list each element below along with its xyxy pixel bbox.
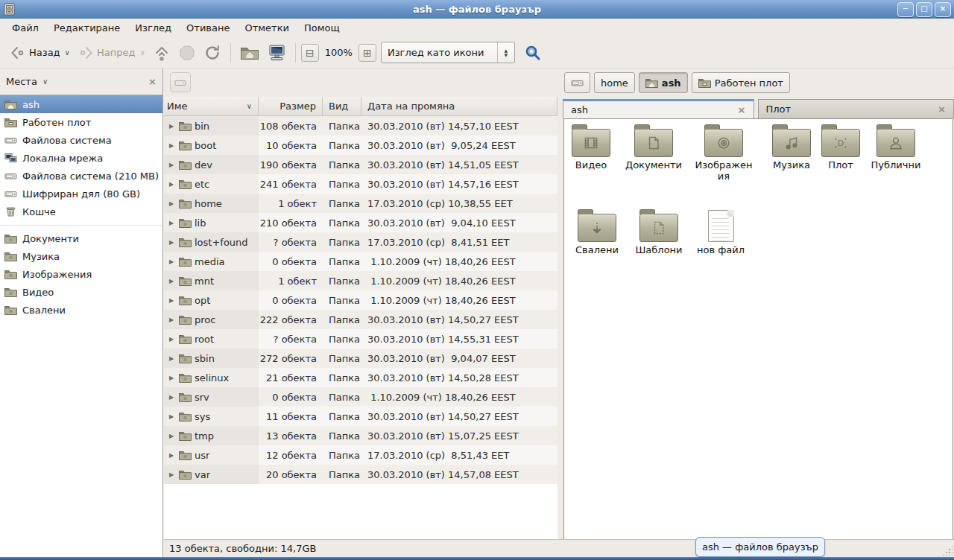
sidebar-close-icon[interactable]: × bbox=[148, 76, 157, 87]
computer-button[interactable] bbox=[263, 42, 290, 64]
table-row[interactable]: ▶opt0 обектаПапка 1.10.2009 (чт) 18,40,2… bbox=[164, 290, 557, 310]
forward-button[interactable]: Напред ∨ bbox=[74, 42, 149, 63]
expander-icon[interactable]: ▶ bbox=[167, 394, 176, 401]
expander-icon[interactable]: ▶ bbox=[167, 336, 176, 343]
icon-item-video[interactable]: Видео bbox=[558, 124, 624, 171]
maximize-button[interactable]: □ bbox=[916, 2, 932, 17]
menu-item-5[interactable]: Отметки bbox=[237, 20, 296, 36]
minimize-button[interactable]: ─ bbox=[897, 2, 914, 17]
menu-item-3[interactable]: Изглед bbox=[127, 20, 179, 36]
expander-icon[interactable]: ▶ bbox=[167, 200, 176, 207]
expander-icon[interactable]: ▶ bbox=[167, 123, 176, 130]
table-row[interactable]: ▶sbin272 обектаПапка30.03.2010 (вт) 9,04… bbox=[164, 349, 557, 368]
menu-item-4[interactable]: Отиване bbox=[179, 20, 237, 36]
sidebar-item-изображения[interactable]: Изображения bbox=[0, 265, 162, 283]
tab-close-icon[interactable]: × bbox=[738, 104, 746, 115]
table-row[interactable]: ▶proc222 обектаПапка30.03.2010 (вт) 14,5… bbox=[164, 310, 557, 329]
sidebar-item-шифриран-дял-80-gb-[interactable]: Шифриран дял (80 GB) bbox=[0, 185, 162, 203]
sidebar-item-работен-плот[interactable]: Работен плот bbox=[0, 113, 162, 131]
folder-icon bbox=[572, 129, 610, 157]
up-button[interactable] bbox=[149, 42, 174, 64]
back-dropdown-icon[interactable]: ∨ bbox=[65, 48, 70, 57]
table-row[interactable]: ▶bin108 обектаПапка30.03.2010 (вт) 14,57… bbox=[164, 116, 557, 136]
icon-item-downloads[interactable]: Свалени bbox=[564, 209, 630, 255]
column-header-1[interactable]: Име∨ bbox=[164, 97, 259, 116]
table-row[interactable]: ▶dev190 обектаПапка30.03.2010 (вт) 14,51… bbox=[164, 155, 557, 174]
expander-icon[interactable]: ▶ bbox=[167, 181, 176, 188]
column-header-2[interactable]: Размер bbox=[259, 97, 323, 116]
breadcrumb-button-ash[interactable]: ash bbox=[639, 72, 688, 93]
sidebar-item-файлова-система[interactable]: Файлова система bbox=[0, 131, 162, 149]
breadcrumb-button-root[interactable] bbox=[564, 72, 590, 93]
sidebar-item-документи[interactable]: Документи bbox=[0, 229, 162, 247]
sidebar-item-локална-мрежа[interactable]: Локална мрежа bbox=[0, 149, 162, 167]
breadcrumb-button-Работен плот[interactable]: Работен плот bbox=[692, 72, 790, 93]
breadcrumb-button-home[interactable]: home bbox=[594, 72, 635, 93]
expander-icon[interactable]: ▶ bbox=[167, 355, 176, 362]
home-button[interactable] bbox=[236, 42, 263, 63]
sidebar-item-ash[interactable]: ash bbox=[0, 95, 162, 113]
file-name: boot bbox=[195, 140, 216, 151]
expander-icon[interactable]: ▶ bbox=[167, 142, 176, 149]
expander-icon[interactable]: ▶ bbox=[167, 375, 176, 381]
table-row[interactable]: ▶usr12 обектаПапка17.03.2010 (ср) 8,51,4… bbox=[164, 445, 557, 465]
view-mode-select[interactable]: Изглед като икони ▲▼ bbox=[381, 42, 515, 63]
table-row[interactable]: ▶root? обектаПапка30.03.2010 (вт) 14,55,… bbox=[164, 329, 557, 349]
table-row[interactable]: ▶lib210 обектаПапка30.03.2010 (вт) 9,04,… bbox=[164, 213, 557, 232]
type-cell: Папка bbox=[323, 407, 361, 426]
resize-grip[interactable] bbox=[942, 545, 953, 556]
zoom-out-button[interactable]: ⊟ bbox=[301, 44, 319, 62]
sidebar-item-свалени[interactable]: Свалени bbox=[0, 301, 162, 319]
sidebar-item-видео[interactable]: Видео bbox=[0, 283, 162, 301]
tab-close-icon[interactable]: × bbox=[938, 104, 946, 115]
forward-dropdown-icon[interactable]: ∨ bbox=[139, 48, 145, 57]
table-row[interactable]: ▶sys11 обектаПапка30.03.2010 (вт) 14,50,… bbox=[164, 407, 557, 426]
icon-item-public[interactable]: Публични bbox=[863, 124, 929, 171]
expander-icon[interactable]: ▶ bbox=[167, 220, 176, 226]
places-selector[interactable]: Места ∨ bbox=[6, 76, 148, 87]
table-row[interactable]: ▶etc241 обектаПапка30.03.2010 (вт) 14,57… bbox=[164, 174, 557, 194]
reload-button[interactable] bbox=[200, 42, 225, 64]
tab-Плот[interactable]: Плот× bbox=[758, 99, 954, 118]
table-row[interactable]: ▶boot10 обектаПапка30.03.2010 (вт) 9,05,… bbox=[164, 136, 557, 155]
icon-item-documents[interactable]: Документи bbox=[621, 124, 686, 171]
root-location-button[interactable] bbox=[170, 72, 191, 92]
table-row[interactable]: ▶tmp13 обектаПапка30.03.2010 (вт) 15,07,… bbox=[164, 426, 557, 445]
expander-icon[interactable]: ▶ bbox=[167, 278, 176, 284]
modified-cell: 1.10.2009 (чт) 18,40,26 EEST bbox=[361, 290, 557, 310]
icon-view[interactable]: ВидеоДокументиИзображен ияМузикаDПлотПуб… bbox=[563, 118, 953, 540]
expander-icon[interactable]: ▶ bbox=[167, 471, 176, 478]
table-row[interactable]: ▶media0 обектаПапка 1.10.2009 (чт) 18,40… bbox=[164, 252, 557, 271]
close-button[interactable]: × bbox=[935, 2, 951, 17]
expander-icon[interactable]: ▶ bbox=[167, 239, 176, 246]
table-row[interactable]: ▶srv0 обектаПапка 1.10.2009 (чт) 18,40,2… bbox=[164, 387, 557, 407]
zoom-in-button[interactable]: ⊞ bbox=[358, 44, 376, 62]
sidebar-item-музика[interactable]: Музика bbox=[0, 247, 162, 265]
icon-item-templates[interactable]: Шаблони bbox=[626, 209, 692, 255]
icon-item-images[interactable]: Изображен ия bbox=[691, 124, 756, 182]
expander-icon[interactable]: ▶ bbox=[167, 258, 176, 265]
expander-icon[interactable]: ▶ bbox=[167, 433, 176, 439]
expander-icon[interactable]: ▶ bbox=[167, 413, 176, 420]
icon-item-newfile[interactable]: нов файл bbox=[688, 210, 754, 255]
table-row[interactable]: ▶lost+found? обектаПапка17.03.2010 (ср) … bbox=[164, 232, 557, 252]
menu-item-2[interactable]: Редактиране bbox=[46, 20, 127, 36]
search-button[interactable] bbox=[524, 44, 542, 62]
table-row[interactable]: ▶selinux21 обектаПапка30.03.2010 (вт) 14… bbox=[164, 368, 557, 387]
table-row[interactable]: ▶mnt1 обектПапка 1.10.2009 (чт) 18,40,26… bbox=[164, 271, 557, 290]
back-button[interactable]: Назад ∨ bbox=[6, 42, 74, 63]
sidebar-item-файлова-система-210-mb-[interactable]: Файлова система (210 MB) bbox=[0, 167, 162, 185]
table-row[interactable]: ▶var20 обектаПапка30.03.2010 (вт) 14,57,… bbox=[164, 465, 557, 484]
expander-icon[interactable]: ▶ bbox=[167, 162, 176, 168]
menu-item-1[interactable]: Файл bbox=[4, 20, 46, 36]
column-header-3[interactable]: Вид bbox=[323, 97, 361, 116]
expander-icon[interactable]: ▶ bbox=[167, 452, 176, 459]
expander-icon[interactable]: ▶ bbox=[167, 297, 176, 304]
expander-icon[interactable]: ▶ bbox=[167, 316, 176, 323]
column-header-4[interactable]: Дата на промяна bbox=[361, 97, 557, 116]
table-row[interactable]: ▶home1 обектПапка17.03.2010 (ср) 10,38,5… bbox=[164, 194, 557, 213]
sidebar-item-кошче[interactable]: Кошче bbox=[0, 203, 162, 220]
menu-item-6[interactable]: Помощ bbox=[297, 20, 347, 36]
stop-button[interactable] bbox=[174, 42, 200, 64]
tab-ash[interactable]: ash× bbox=[563, 99, 754, 118]
